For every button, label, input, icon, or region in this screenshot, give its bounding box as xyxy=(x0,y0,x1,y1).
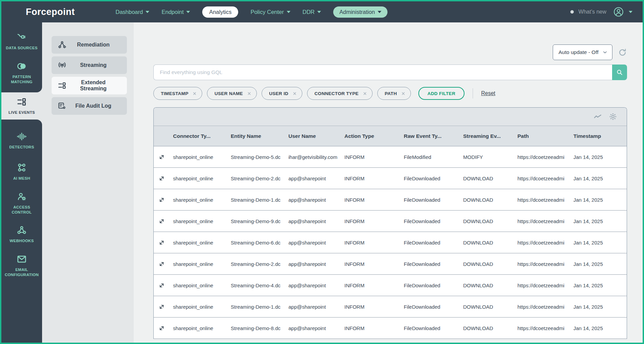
filter-chip-user-name[interactable]: USER NAME xyxy=(207,87,257,100)
cell-path: https://dcoetzeeadmi xyxy=(517,304,573,310)
gear-icon[interactable] xyxy=(609,112,617,121)
search-button[interactable] xyxy=(612,65,627,80)
cell-timestamp: Jan 14, 2025 xyxy=(573,154,627,160)
chevron-down-icon xyxy=(287,11,290,13)
cell-path: https://dcoetzeeadmi xyxy=(517,240,573,246)
table-row[interactable]: sharepoint_onlineStreaming-Demo-5.dcihar… xyxy=(154,146,627,168)
filter-chip-path[interactable]: PATH xyxy=(377,87,411,100)
sidebar-item-label: WEBHOOKS xyxy=(4,238,39,243)
expand-icon[interactable] xyxy=(158,153,165,161)
cell-raw-event-type: FileDownloaded xyxy=(404,304,463,310)
cell-user-name: app@sharepoint xyxy=(288,304,344,310)
sidebar-item-detectors[interactable]: DETECTORS xyxy=(1,125,42,156)
cell-raw-event-type: FileDownloaded xyxy=(404,197,463,203)
table-row[interactable]: sharepoint_onlineStreaming-Demo-4.dcapp@… xyxy=(154,275,627,296)
cell-raw-event-type: FileDownloaded xyxy=(404,325,463,331)
row-expand-cell xyxy=(154,282,173,289)
table-row[interactable]: sharepoint_onlineStreaming-Demo-1.dcapp@… xyxy=(154,189,627,211)
expand-icon[interactable] xyxy=(158,175,165,182)
sidebar-item-ai-mesh[interactable]: AI MESH xyxy=(1,156,42,187)
table-row[interactable]: sharepoint_onlineStreaming-Demo-2.dcapp@… xyxy=(154,168,627,189)
table-row[interactable]: sharepoint_onlineStreaming-Demo-1.dcapp@… xyxy=(154,296,627,318)
column-header-path[interactable]: Path xyxy=(517,133,573,139)
sidebar-item-pattern-matching[interactable]: PATTERN MATCHING xyxy=(1,57,42,88)
nav-item-analytics[interactable]: Analytics xyxy=(202,6,238,18)
reset-link[interactable]: Reset xyxy=(481,90,495,96)
table-row[interactable]: sharepoint_onlineStreaming-Demo-2.dcapp@… xyxy=(154,253,627,275)
nav-item-label: Endpoint xyxy=(162,9,184,15)
subnav-item-file-audit-log[interactable]: File Audit Log xyxy=(52,97,127,115)
cell-action-type: INFORM xyxy=(344,154,404,160)
cell-action-type: INFORM xyxy=(344,197,404,203)
subnav-item-streaming[interactable]: Streaming xyxy=(52,56,127,74)
cell-raw-event-type: FileDownloaded xyxy=(404,261,463,267)
sidebar-item-data-sources[interactable]: DATA SOURCES xyxy=(1,26,42,57)
close-icon[interactable] xyxy=(292,91,297,96)
subnav-item-remediation[interactable]: Remediation xyxy=(52,36,127,54)
column-header-streaming-ev[interactable]: Streaming Ev... xyxy=(463,133,517,139)
update-row: Auto update - Off xyxy=(153,44,627,60)
sidebar-item-label: DATA SOURCES xyxy=(4,46,39,51)
add-filter-button[interactable]: ADD FILTER xyxy=(418,87,465,100)
sidebar-item-webhooks[interactable]: WEBHOOKS xyxy=(1,219,42,250)
list-icon xyxy=(58,81,67,90)
table-row[interactable]: sharepoint_onlineStreaming-Demo-6.dcapp@… xyxy=(154,232,627,253)
search-input[interactable] xyxy=(153,65,612,80)
column-header-action-type[interactable]: Action Type xyxy=(344,133,404,139)
chevron-down-icon xyxy=(186,11,190,13)
sidebar-item-label: PATTERN MATCHING xyxy=(4,74,39,85)
row-expand-cell xyxy=(154,239,173,246)
cell-user-name: ihar@getvisibility.com xyxy=(288,154,344,160)
column-header-entity-name[interactable]: Entity Name xyxy=(231,133,288,139)
table-header-row: Connector Ty...Entity NameUser NameActio… xyxy=(154,126,627,146)
nav-item-ddr[interactable]: DDR xyxy=(303,9,321,15)
close-icon[interactable] xyxy=(363,91,367,96)
nav-item-endpoint[interactable]: Endpoint xyxy=(162,9,190,15)
trend-chart-icon[interactable] xyxy=(593,112,602,121)
column-header-connector-ty[interactable]: Connector Ty... xyxy=(173,133,231,139)
forcepoint-logo[interactable]: Forcepoint xyxy=(26,7,75,17)
close-icon[interactable] xyxy=(192,91,197,96)
nav-item-administration[interactable]: Administration xyxy=(333,6,387,18)
whats-new-link[interactable]: What's new xyxy=(579,9,606,15)
column-header-user-name[interactable]: User Name xyxy=(288,133,344,139)
sidebar-item-email-configuration[interactable]: EMAIL CONFIGURATION xyxy=(1,250,42,281)
refresh-icon[interactable] xyxy=(618,48,627,57)
sidebar-item-access-control[interactable]: ACCESS CONTROL xyxy=(1,187,42,219)
expand-icon[interactable] xyxy=(158,282,165,289)
auto-update-select[interactable]: Auto update - Off xyxy=(553,44,612,60)
close-icon[interactable] xyxy=(247,91,251,96)
search-icon xyxy=(616,69,623,76)
user-menu-chevron-down-icon[interactable] xyxy=(629,11,632,13)
expand-icon[interactable] xyxy=(158,239,165,246)
filter-chip-connector-type[interactable]: CONNECTOR TYPE xyxy=(307,87,373,100)
filter-chip-timestamp[interactable]: TIMESTAMP xyxy=(153,87,202,100)
expand-icon[interactable] xyxy=(158,260,165,268)
column-header-raw-event-ty[interactable]: Raw Event Ty... xyxy=(404,133,463,139)
close-icon[interactable] xyxy=(401,91,405,96)
nav-item-dashboard[interactable]: Dashboard xyxy=(116,9,150,15)
sidebar-item-live-events[interactable]: LIVE EVENTS xyxy=(1,92,42,120)
sidebar-segment-top: DATA SOURCES PATTERN MATCHING xyxy=(1,22,42,92)
row-expand-cell xyxy=(154,325,173,332)
cell-timestamp: Jan 14, 2025 xyxy=(573,325,627,331)
cell-connector-type: sharepoint_online xyxy=(173,218,231,224)
table-row[interactable]: sharepoint_onlineStreaming-Demo-9.dcapp@… xyxy=(154,211,627,232)
remediation-icon xyxy=(58,40,67,49)
expand-icon[interactable] xyxy=(158,218,165,225)
subnav-item-extended-streaming[interactable]: Extended Streaming xyxy=(52,77,127,94)
user-avatar-icon[interactable] xyxy=(613,6,624,17)
expand-icon[interactable] xyxy=(158,325,165,332)
cell-raw-event-type: FileDownloaded xyxy=(404,240,463,246)
cell-action-type: INFORM xyxy=(344,325,404,331)
nav-item-label: DDR xyxy=(303,9,315,15)
nav-item-policy-center[interactable]: Policy Center xyxy=(250,9,290,15)
cell-timestamp: Jan 14, 2025 xyxy=(573,218,627,224)
column-header-timestamp[interactable]: Timestamp xyxy=(573,133,627,139)
expand-icon[interactable] xyxy=(158,303,165,310)
table-row[interactable]: sharepoint_onlineStreaming-Demo-8.dcapp@… xyxy=(154,318,627,339)
expand-icon[interactable] xyxy=(158,196,165,203)
chevron-down-icon xyxy=(146,11,149,13)
top-navbar: Forcepoint DashboardEndpointAnalyticsPol… xyxy=(1,1,643,22)
filter-chip-user-id[interactable]: USER ID xyxy=(262,87,302,100)
